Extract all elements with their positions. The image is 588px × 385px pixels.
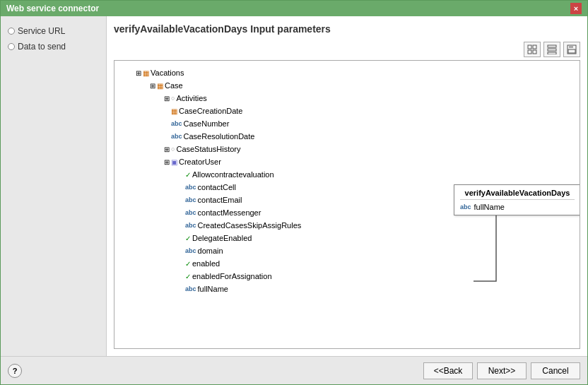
svg-rect-0 (528, 45, 531, 49)
main-window: Web service connector × Service URL Data… (0, 0, 588, 385)
sidebar: Service URL Data to send (1, 16, 107, 356)
svg-rect-6 (548, 52, 556, 54)
connector-item-type-icon: abc (460, 203, 471, 211)
sidebar-label-service-url: Service URL (18, 26, 65, 36)
save-icon (567, 45, 577, 54)
svg-rect-8 (569, 45, 573, 48)
tree-row[interactable]: ⊞ ✓ enabledForAssignation ▷ (114, 270, 580, 283)
bottom-bar: ? <<Back Next>> Cancel (1, 356, 587, 384)
page-title: verifyAvailableVacationDays Input parame… (114, 23, 580, 35)
bottom-left: ? (8, 364, 22, 378)
tree-row-fullname[interactable]: ⊞ abc fullName ▷ (114, 283, 580, 295)
back-button[interactable]: <<Back (423, 362, 473, 379)
tree-scroll-inner: ⊞ ▦ Vacations ▷ ⊞ ▦ Case ▷ ⊞ (114, 61, 580, 301)
tree-row[interactable]: ⊞ ▣ CreatorUser ▷ (114, 155, 580, 168)
tree-container[interactable]: ⊞ ▦ Vacations ▷ ⊞ ▦ Case ▷ ⊞ (114, 60, 580, 349)
connector-box: verifyAvailableVacationDays abc fullName (454, 184, 580, 215)
grid-icon (527, 45, 537, 54)
toolbar-btn-3[interactable] (563, 42, 580, 57)
content-area: Service URL Data to send verifyAvailable… (1, 16, 587, 356)
toolbar-btn-1[interactable] (524, 42, 541, 57)
toolbar-btn-2[interactable] (543, 42, 560, 57)
svg-rect-5 (548, 49, 556, 51)
tree-row[interactable]: ⊞ ✓ Allowcontractevaluation ▷ (114, 168, 580, 181)
sidebar-label-data-to-send: Data to send (18, 42, 66, 52)
svg-rect-9 (568, 49, 575, 53)
tree-row[interactable]: ⊞ abc domain ▷ (114, 244, 580, 257)
tree-row[interactable]: ⊞ ▦ Vacations ▷ (114, 66, 580, 79)
radio-service-url[interactable] (8, 28, 15, 35)
tree-row[interactable]: ⊞ ○ CaseStatusHistory ▷ (114, 143, 580, 155)
help-button[interactable]: ? (8, 364, 22, 378)
sidebar-item-service-url[interactable]: Service URL (6, 23, 100, 39)
tree-row[interactable]: ⊞ ▦ Case ▷ (114, 79, 580, 92)
tree-row[interactable]: ⊞ abc CreatedCasesSkipAssigRules ▷ (114, 219, 580, 232)
radio-data-to-send[interactable] (8, 43, 15, 50)
connector-box-item: abc fullName (460, 203, 575, 211)
main-panel: verifyAvailableVacationDays Input parame… (107, 16, 587, 356)
svg-rect-4 (548, 45, 556, 47)
tree-row[interactable]: ⊞ ✓ enabled ▷ (114, 257, 580, 270)
svg-rect-1 (533, 45, 536, 49)
tree-row[interactable]: ⊞ abc CaseNumber ▷ (114, 117, 580, 130)
cancel-button[interactable]: Cancel (531, 362, 580, 379)
tree-row[interactable]: ⊞ ▦ CaseCreationDate ▷ (114, 105, 580, 117)
title-bar: Web service connector × (1, 1, 587, 16)
toolbar (114, 42, 580, 57)
svg-rect-3 (533, 50, 536, 54)
tree-row[interactable]: ⊞ abc CaseResolutionDate ▷ (114, 130, 580, 143)
bottom-right: <<Back Next>> Cancel (423, 362, 580, 379)
tree-row[interactable]: ⊞ ✓ DelegateEnabled ▷ (114, 232, 580, 244)
sidebar-item-data-to-send[interactable]: Data to send (6, 39, 100, 54)
connector-item-label: fullName (474, 203, 505, 211)
window-title: Web service connector (6, 4, 99, 13)
list-icon (547, 45, 557, 54)
tree-row[interactable]: ⊞ ○ Activities ▷ (114, 92, 580, 105)
svg-rect-2 (528, 50, 531, 54)
close-button[interactable]: × (570, 3, 582, 14)
connector-box-title: verifyAvailableVacationDays (460, 189, 575, 200)
next-button[interactable]: Next>> (477, 362, 527, 379)
